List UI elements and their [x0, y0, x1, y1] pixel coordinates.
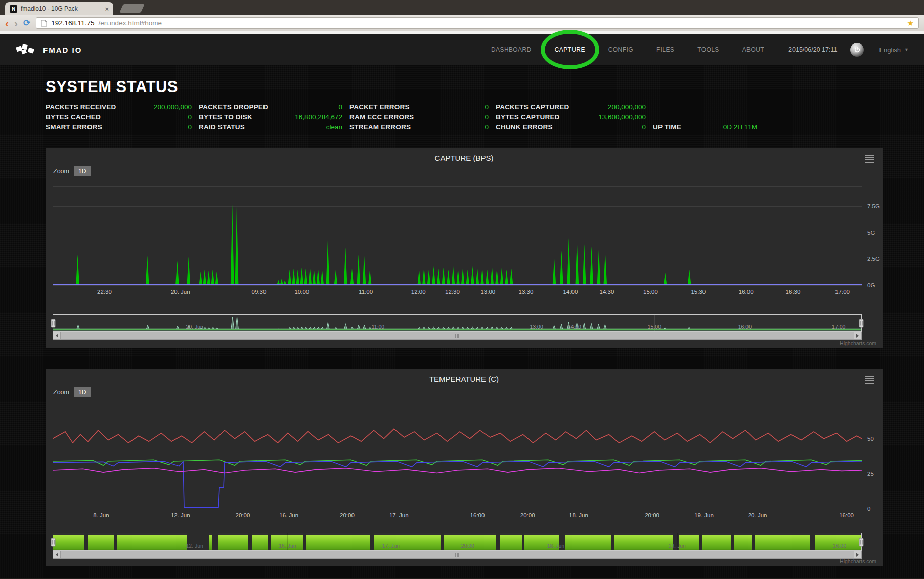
- temperature-scrollbar[interactable]: [53, 551, 862, 559]
- x-axis-label: 22:30: [97, 289, 112, 295]
- page-title: SYSTEM STATUS: [46, 78, 924, 96]
- navigator-x-label: 16. Jun: [279, 543, 296, 549]
- x-axis-label: 13:00: [480, 289, 495, 295]
- x-axis-label: 18. Jun: [569, 512, 588, 518]
- scrollbar-right-arrow[interactable]: [854, 551, 862, 559]
- navigator-gap: [810, 533, 815, 550]
- navigator-x-label: 16:00: [738, 324, 752, 330]
- language-selector[interactable]: English ▼: [879, 46, 909, 54]
- stats-row: PACKETS RECEIVED200,000,000PACKETS DROPP…: [46, 103, 924, 111]
- navigator-gap: [248, 533, 252, 550]
- y-axis-label: 2.5G: [867, 256, 880, 262]
- nav-item-files[interactable]: FILES: [656, 46, 674, 53]
- stat-label: RAM ECC ERRORS: [349, 113, 414, 121]
- reload-button[interactable]: ⟳: [23, 18, 30, 28]
- stat-value: 0: [642, 123, 646, 131]
- forward-button[interactable]: ›: [14, 18, 18, 28]
- navigator-handle-right[interactable]: [859, 319, 864, 327]
- highcharts-credits[interactable]: Highcharts.com: [840, 340, 876, 346]
- capture-plot-area[interactable]: 7.5G5G2.5G0G: [53, 186, 862, 285]
- capture-chart-title: CAPTURE (BPS): [46, 148, 883, 162]
- capture-scrollbar[interactable]: [53, 332, 862, 340]
- x-axis-label: 12. Jun: [171, 512, 190, 518]
- zoom-1d-button[interactable]: 1D: [74, 387, 91, 397]
- nav-item-dashboard[interactable]: DASHBOARD: [491, 46, 532, 53]
- capture-x-axis: 22:3020. Jun09:3010:0011:0012:0012:3013:…: [53, 289, 862, 297]
- x-axis-label: 16:00: [839, 512, 854, 518]
- fmadio-logo[interactable]: FMAD IO: [15, 43, 82, 56]
- nav-menu: DASHBOARDCAPTURECONFIGFILESTOOLSABOUT: [491, 46, 764, 53]
- navigator-x-label: 14:00: [568, 324, 581, 330]
- x-axis-label: 13:30: [519, 289, 534, 295]
- navigator-handle-left[interactable]: [51, 538, 56, 546]
- scrollbar-left-arrow[interactable]: [53, 551, 61, 559]
- fmadio-logo-icon: [15, 43, 36, 56]
- tab-close-icon[interactable]: ×: [105, 5, 109, 13]
- stat-label: BYTES TO DISK: [199, 113, 252, 121]
- gridline: [53, 285, 862, 286]
- datetime-label: 2015/06/20 17:11: [788, 46, 837, 53]
- x-axis-label: 16:00: [739, 289, 754, 295]
- nav-item-capture[interactable]: CAPTURE: [555, 46, 585, 53]
- temperature-plot-area[interactable]: 50250: [53, 411, 862, 509]
- navigator-handle-left[interactable]: [51, 319, 56, 327]
- navigator-gap: [699, 533, 702, 550]
- capture-series-svg: [53, 187, 862, 285]
- x-axis-label: 15:30: [691, 289, 706, 295]
- x-axis-label: 10:00: [294, 289, 309, 295]
- x-axis-label: 19. Jun: [694, 512, 714, 518]
- bookmark-star-icon[interactable]: ★: [907, 19, 914, 28]
- back-button[interactable]: ‹: [5, 18, 9, 28]
- navigator-gap: [731, 533, 734, 550]
- zoom-label: Zoom: [53, 389, 69, 396]
- scrollbar-grip-icon[interactable]: [456, 334, 459, 338]
- navigator-x-label: 17. Jun: [382, 543, 400, 549]
- chart-menu-icon[interactable]: [865, 155, 874, 163]
- navigator-x-label: 15:00: [648, 324, 661, 330]
- stat-label: RAID STATUS: [199, 123, 245, 131]
- navigator-x-label: 20. Jun: [186, 324, 203, 330]
- language-label: English: [879, 46, 901, 54]
- screenshot-root: N fmadio10 - 10G Pack × ‹ › ⟳ 192.168.11…: [0, 0, 924, 579]
- stat-value: 0: [188, 123, 192, 131]
- tab-favicon-icon: N: [10, 5, 17, 13]
- navigator-handle-right[interactable]: [859, 538, 864, 546]
- browser-tab[interactable]: N fmadio10 - 10G Pack ×: [5, 2, 113, 15]
- nav-item-about[interactable]: ABOUT: [742, 46, 764, 53]
- zoom-1d-button[interactable]: 1D: [74, 166, 91, 176]
- stat-label: PACKETS DROPPED: [199, 103, 268, 111]
- scrollbar-track[interactable]: [61, 551, 854, 559]
- nav-item-config[interactable]: CONFIG: [608, 46, 633, 53]
- annotation-green-circle-icon: [541, 30, 599, 69]
- site-body: FMAD IO DASHBOARDCAPTURECONFIGFILESTOOLS…: [0, 34, 924, 578]
- chart-menu-icon[interactable]: [865, 376, 874, 384]
- zoom-controls: Zoom 1D: [53, 166, 91, 176]
- scrollbar-track[interactable]: [61, 332, 854, 340]
- highcharts-credits[interactable]: Highcharts.com: [840, 558, 876, 564]
- temperature-navigator[interactable]: 12. Jun16. Jun17. Jun20:0018. Jun19. Jun…: [53, 533, 862, 551]
- stat-value: 0: [485, 113, 489, 121]
- navigator-x-label: 19. Jun: [668, 543, 685, 549]
- url-bar[interactable]: 192.168.11.75/en.index.html#home ★: [36, 17, 919, 29]
- stat-packets-received: PACKETS RECEIVED200,000,000: [46, 103, 192, 111]
- stat-value: 0: [485, 103, 489, 111]
- stat-label: BYTES CACHED: [46, 113, 101, 121]
- nav-item-tools[interactable]: TOOLS: [697, 46, 719, 53]
- navigator-gap: [522, 533, 524, 550]
- gridline: [53, 509, 862, 509]
- temperature-x-axis: 8. Jun12. Jun20:0016. Jun20:0017. Jun16:…: [53, 512, 862, 520]
- stat-value: 16,800,284,672: [295, 113, 342, 121]
- x-axis-label: 12:30: [445, 289, 460, 295]
- scrollbar-right-arrow[interactable]: [854, 332, 862, 340]
- navigator-gap: [114, 533, 117, 550]
- capture-navigator[interactable]: 20. Jun11:0013:0014:0015:0016:0017:00: [53, 314, 862, 332]
- site-navbar: FMAD IO DASHBOARDCAPTURECONFIGFILESTOOLS…: [0, 34, 924, 65]
- power-button[interactable]: [850, 43, 864, 57]
- scrollbar-grip-icon[interactable]: [456, 553, 459, 557]
- new-tab-button[interactable]: [119, 4, 145, 13]
- x-axis-label: 20:00: [340, 512, 355, 518]
- y-axis-label: 25: [867, 471, 874, 477]
- scrollbar-left-arrow[interactable]: [53, 332, 61, 340]
- navigator-area-fill: [53, 535, 861, 550]
- navigator-x-label: 13:00: [530, 324, 543, 330]
